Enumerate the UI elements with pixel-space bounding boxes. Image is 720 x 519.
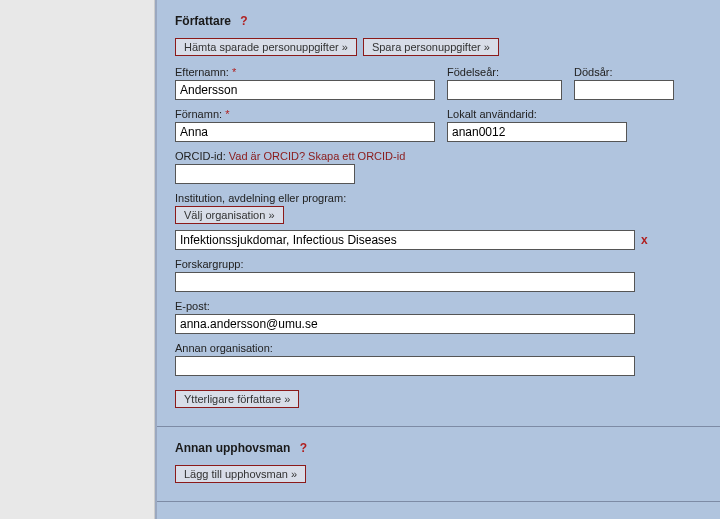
author-title-text: Författare [175,14,231,28]
page: Författare ? Hämta sparade personuppgift… [0,0,720,519]
deathyear-field: Dödsår: [574,66,674,100]
email-field[interactable] [175,314,635,334]
institution-field: Institution, avdelning eller program: Vä… [175,192,702,224]
firstname-label: Förnamn: * [175,108,435,120]
firstname-input[interactable] [175,122,435,142]
birthyear-input[interactable] [447,80,562,100]
fetch-person-button[interactable]: Hämta sparade personuppgifter » [175,38,357,56]
name-row: Efternamn: * Födelseår: Dödsår: [175,66,702,100]
orcid-label-row: ORCID-id: Vad är ORCID? Skapa ett ORCID-… [175,150,702,162]
researchgroup-input[interactable] [175,272,635,292]
other-creator-section: Annan upphovsman ? Lägg till upphovsman … [157,427,720,502]
lastname-field: Efternamn: * [175,66,435,100]
localuser-field: Lokalt användarid: [447,108,627,142]
researchgroup-field: Forskargrupp: [175,258,702,292]
researchgroup-label: Forskargrupp: [175,258,702,270]
organisation-row: x [175,230,702,250]
deathyear-label: Dödsår: [574,66,674,78]
otherorg-field: Annan organisation: [175,342,702,376]
save-person-button[interactable]: Spara personuppgifter » [363,38,499,56]
birthyear-label: Födelseår: [447,66,562,78]
remove-organisation-icon[interactable]: x [641,233,648,247]
birthyear-field: Födelseår: [447,66,562,100]
localuser-input[interactable] [447,122,627,142]
help-icon[interactable]: ? [300,441,307,455]
orcid-info-link[interactable]: Vad är ORCID? Skapa ett ORCID-id [229,150,405,162]
left-sidebar [0,0,155,519]
author-section: Författare ? Hämta sparade personuppgift… [157,0,720,427]
required-icon: * [232,66,236,78]
orcid-label: ORCID-id: [175,150,226,162]
organisation-input[interactable] [175,230,635,250]
orcid-field: ORCID-id: Vad är ORCID? Skapa ett ORCID-… [175,150,702,184]
author-section-title: Författare ? [175,14,702,28]
other-creator-title-text: Annan upphovsman [175,441,290,455]
main-panel: Författare ? Hämta sparade personuppgift… [155,0,720,519]
choose-organisation-button[interactable]: Välj organisation » [175,206,284,224]
author-button-row: Hämta sparade personuppgifter » Spara pe… [175,38,702,56]
orcid-input[interactable] [175,164,355,184]
add-creator-button[interactable]: Lägg till upphovsman » [175,465,306,483]
email-label: E-post: [175,300,702,312]
lastname-label: Efternamn: * [175,66,435,78]
other-creator-title: Annan upphovsman ? [175,441,702,455]
firstname-label-text: Förnamn: [175,108,222,120]
help-icon[interactable]: ? [240,14,247,28]
lastname-input[interactable] [175,80,435,100]
firstname-row: Förnamn: * Lokalt användarid: [175,108,702,142]
more-authors-button[interactable]: Ytterligare författare » [175,390,299,408]
deathyear-input[interactable] [574,80,674,100]
firstname-field: Förnamn: * [175,108,435,142]
required-icon: * [225,108,229,120]
otherorg-label: Annan organisation: [175,342,702,354]
lastname-label-text: Efternamn: [175,66,229,78]
localuser-label: Lokalt användarid: [447,108,627,120]
email-field-wrap: E-post: [175,300,702,334]
otherorg-input[interactable] [175,356,635,376]
institution-label: Institution, avdelning eller program: [175,192,702,204]
